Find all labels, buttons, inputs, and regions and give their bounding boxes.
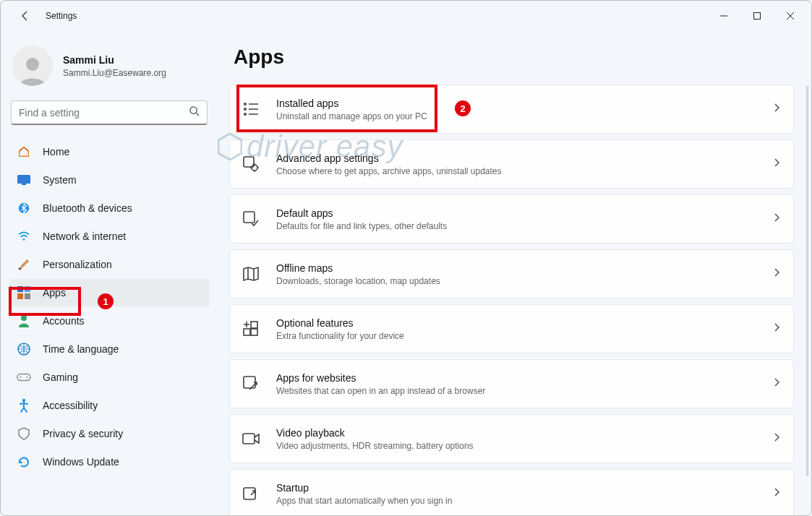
svg-rect-31	[251, 329, 257, 335]
svg-rect-6	[22, 184, 26, 185]
globe-clock-icon	[17, 343, 31, 356]
chevron-right-icon	[773, 432, 780, 445]
svg-point-17	[20, 377, 21, 378]
chevron-right-icon	[773, 158, 780, 171]
card-title: Offline maps	[276, 262, 758, 274]
sidebar-item-privacy[interactable]: Privacy & security	[9, 420, 209, 447]
svg-rect-33	[243, 434, 255, 444]
app-gear-icon	[240, 153, 262, 175]
sidebar-item-label: Network & internet	[43, 231, 126, 242]
card-subtitle: Apps that start automatically when you s…	[276, 496, 758, 506]
sidebar-item-label: Time & language	[43, 343, 119, 355]
sidebar-item-label: Accessibility	[43, 400, 98, 411]
profile-email: Sammi.Liu@Easeware.org	[63, 68, 166, 78]
card-optional-features[interactable]: Optional features Extra functionality fo…	[229, 304, 794, 353]
sidebar-item-label: Personalization	[43, 259, 112, 270]
sidebar-item-label: Gaming	[43, 371, 78, 383]
sidebar-item-time-language[interactable]: Time & language	[9, 335, 209, 363]
brush-icon	[17, 258, 31, 271]
card-subtitle: Downloads, storage location, map updates	[276, 276, 758, 286]
minimize-button[interactable]	[707, 4, 740, 27]
scrollbar[interactable]	[806, 86, 808, 476]
svg-rect-11	[25, 286, 30, 292]
search-icon	[189, 106, 200, 119]
svg-rect-32	[244, 377, 255, 388]
sidebar-item-windows-update[interactable]: Windows Update	[9, 448, 209, 476]
sidebar-item-label: System	[43, 174, 77, 186]
card-subtitle: Choose where to get apps, archive apps, …	[276, 166, 758, 176]
svg-rect-12	[17, 293, 23, 299]
app-check-icon	[240, 208, 262, 230]
svg-rect-16	[17, 374, 30, 380]
card-title: Startup	[276, 482, 758, 494]
svg-rect-29	[251, 322, 257, 328]
nav-list: Home System Bluetooth & devices Network …	[9, 138, 209, 476]
svg-point-27	[252, 165, 257, 171]
back-button[interactable]	[15, 6, 35, 26]
sidebar-item-label: Privacy & security	[43, 428, 123, 439]
sidebar-item-label: Bluetooth & devices	[43, 202, 132, 214]
list-grid-icon	[240, 98, 262, 120]
sidebar-item-label: Home	[43, 146, 69, 158]
page-title: Apps	[229, 46, 794, 69]
svg-point-21	[244, 108, 247, 111]
sidebar-item-bluetooth[interactable]: Bluetooth & devices	[9, 194, 209, 222]
window-title: Settings	[46, 11, 77, 21]
chevron-right-icon	[773, 322, 780, 335]
sidebar-item-personalization[interactable]: Personalization	[9, 251, 209, 278]
card-title: Video playback	[276, 427, 758, 439]
card-video-playback[interactable]: Video playback Video adjustments, HDR st…	[229, 414, 794, 463]
sidebar-item-label: Apps	[43, 287, 66, 298]
sidebar-item-accessibility[interactable]: Accessibility	[9, 392, 209, 419]
card-apps-for-websites[interactable]: Apps for websites Websites that can open…	[229, 359, 794, 408]
home-icon	[17, 145, 31, 158]
sidebar-item-system[interactable]: System	[9, 166, 209, 194]
sidebar-item-apps[interactable]: Apps	[9, 279, 209, 306]
sidebar-item-home[interactable]: Home	[9, 138, 209, 165]
card-installed-apps[interactable]: Installed apps Uninstall and manage apps…	[229, 85, 794, 134]
svg-line-4	[196, 113, 199, 116]
chevron-right-icon	[773, 267, 780, 280]
profile-name: Sammi Liu	[63, 54, 166, 66]
sidebar-item-gaming[interactable]: Gaming	[9, 364, 209, 391]
close-button[interactable]	[774, 4, 807, 27]
svg-rect-13	[25, 293, 30, 299]
sidebar: Sammi Liu Sammi.Liu@Easeware.org Home	[1, 31, 218, 516]
svg-point-22	[244, 113, 247, 116]
svg-point-18	[26, 377, 27, 378]
maximize-button[interactable]	[740, 4, 774, 27]
sidebar-item-accounts[interactable]: Accounts	[9, 307, 209, 335]
apps-icon	[17, 286, 31, 299]
bluetooth-icon	[17, 202, 31, 215]
card-offline-maps[interactable]: Offline maps Downloads, storage location…	[229, 249, 794, 298]
startup-icon	[240, 483, 262, 504]
profile-block[interactable]: Sammi Liu Sammi.Liu@Easeware.org	[12, 46, 206, 86]
card-title: Default apps	[276, 207, 758, 219]
sidebar-item-label: Accounts	[43, 315, 85, 327]
svg-point-14	[21, 315, 27, 321]
map-icon	[240, 263, 262, 285]
card-advanced-app-settings[interactable]: Advanced app settings Choose where to ge…	[229, 139, 794, 189]
chevron-right-icon	[773, 103, 780, 116]
card-title: Optional features	[276, 317, 758, 329]
search-input[interactable]	[19, 107, 189, 119]
svg-rect-28	[244, 212, 255, 223]
svg-point-2	[26, 58, 39, 71]
accessibility-icon	[17, 398, 31, 413]
gamepad-icon	[17, 372, 31, 382]
card-subtitle: Websites that can open in an app instead…	[276, 386, 758, 396]
search-box[interactable]	[11, 100, 208, 125]
chevron-right-icon	[773, 487, 780, 500]
card-default-apps[interactable]: Default apps Defaults for file and link …	[229, 194, 794, 244]
app-link-icon	[240, 373, 262, 395]
window-controls	[707, 4, 807, 27]
card-subtitle: Uninstall and manage apps on your PC	[276, 111, 758, 121]
svg-rect-9	[19, 268, 22, 270]
card-subtitle: Extra functionality for your device	[276, 331, 758, 341]
svg-point-8	[23, 238, 25, 241]
card-subtitle: Defaults for file and link types, other …	[276, 221, 758, 231]
svg-point-3	[190, 107, 197, 113]
card-startup[interactable]: Startup Apps that start automatically wh…	[229, 469, 794, 516]
sidebar-item-network[interactable]: Network & internet	[9, 223, 209, 250]
svg-rect-10	[17, 286, 23, 292]
